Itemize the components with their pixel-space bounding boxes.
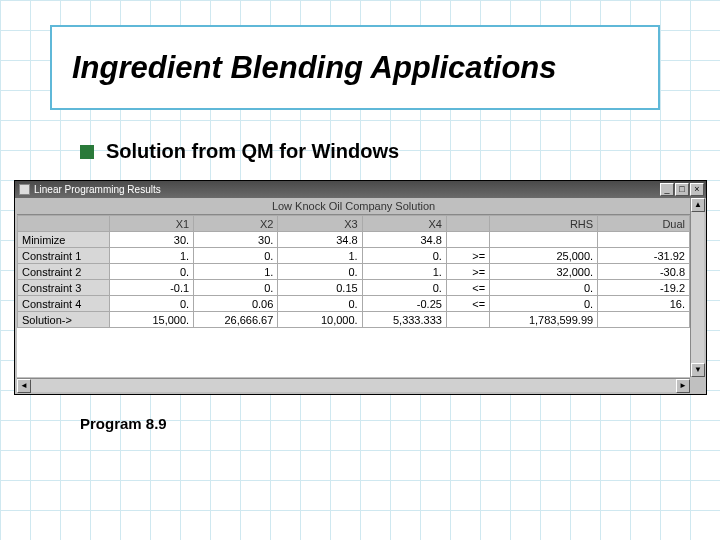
cell-x2: 0.06 (194, 296, 278, 312)
cell-dual (598, 312, 690, 328)
scroll-left-icon[interactable]: ◄ (17, 379, 31, 393)
cell-x1: 0. (109, 264, 193, 280)
col-x3: X3 (278, 216, 362, 232)
cell-dual: 16. (598, 296, 690, 312)
cell-x1: 15,000. (109, 312, 193, 328)
col-op (446, 216, 489, 232)
close-button[interactable]: × (690, 183, 704, 196)
row-label: Constraint 1 (18, 248, 110, 264)
window-body: Low Knock Oil Company Solution X1 X2 X3 … (17, 198, 690, 377)
cell-x1: 1. (109, 248, 193, 264)
cell-x3: 0.15 (278, 280, 362, 296)
cell-x4: 0. (362, 280, 446, 296)
table-row: Constraint 20.1.0.1.>=32,000.-30.8 (18, 264, 690, 280)
col-x4: X4 (362, 216, 446, 232)
window-buttons: _ □ × (660, 183, 704, 196)
cell-x4: 5,333.333 (362, 312, 446, 328)
cell-x2: 26,666.67 (194, 312, 278, 328)
table-row: Minimize30.30.34.834.8 (18, 232, 690, 248)
horizontal-scrollbar[interactable]: ◄ ► (17, 378, 690, 392)
cell-dual: -19.2 (598, 280, 690, 296)
subtitle-row: Solution from QM for Windows (80, 140, 399, 163)
table-row: Constraint 11.0.1.0.>=25,000.-31.92 (18, 248, 690, 264)
cell-x1: 0. (109, 296, 193, 312)
minimize-button[interactable]: _ (660, 183, 674, 196)
cell-op: <= (446, 280, 489, 296)
cell-x1: -0.1 (109, 280, 193, 296)
program-label: Program 8.9 (80, 415, 167, 432)
row-label: Constraint 3 (18, 280, 110, 296)
title-box: Ingredient Blending Applications (50, 25, 660, 110)
cell-rhs: 0. (490, 296, 598, 312)
vertical-scrollbar[interactable]: ▲ ▼ (690, 198, 704, 377)
window-title: Linear Programming Results (34, 184, 161, 195)
cell-x3: 10,000. (278, 312, 362, 328)
table-row: Constraint 3-0.10.0.150.<=0.-19.2 (18, 280, 690, 296)
cell-x4: 0. (362, 248, 446, 264)
col-x2: X2 (194, 216, 278, 232)
results-table: X1 X2 X3 X4 RHS Dual Minimize30.30.34.83… (17, 215, 690, 328)
row-label: Constraint 2 (18, 264, 110, 280)
cell-x1: 30. (109, 232, 193, 248)
cell-x2: 1. (194, 264, 278, 280)
col-dual: Dual (598, 216, 690, 232)
cell-dual: -30.8 (598, 264, 690, 280)
cell-dual: -31.92 (598, 248, 690, 264)
subtitle-text: Solution from QM for Windows (106, 140, 399, 163)
cell-x3: 1. (278, 248, 362, 264)
window-caption: Low Knock Oil Company Solution (17, 198, 690, 215)
cell-x3: 34.8 (278, 232, 362, 248)
row-label: Minimize (18, 232, 110, 248)
cell-op (446, 312, 489, 328)
cell-x3: 0. (278, 264, 362, 280)
window-titlebar: Linear Programming Results _ □ × (15, 181, 706, 198)
slide-title: Ingredient Blending Applications (72, 50, 557, 86)
cell-rhs: 32,000. (490, 264, 598, 280)
cell-x2: 0. (194, 280, 278, 296)
cell-rhs: 1,783,599.99 (490, 312, 598, 328)
table-header-row: X1 X2 X3 X4 RHS Dual (18, 216, 690, 232)
cell-rhs: 25,000. (490, 248, 598, 264)
scroll-up-icon[interactable]: ▲ (691, 198, 705, 212)
table-row: Solution->15,000.26,666.6710,000.5,333.3… (18, 312, 690, 328)
cell-dual (598, 232, 690, 248)
bullet-icon (80, 145, 94, 159)
cell-op (446, 232, 489, 248)
table-row: Constraint 40.0.060.-0.25<=0.16. (18, 296, 690, 312)
col-rhs: RHS (490, 216, 598, 232)
cell-x4: -0.25 (362, 296, 446, 312)
row-label: Solution-> (18, 312, 110, 328)
cell-op: >= (446, 264, 489, 280)
app-icon (19, 184, 30, 195)
cell-x3: 0. (278, 296, 362, 312)
qm-results-window: Linear Programming Results _ □ × Low Kno… (14, 180, 707, 395)
scroll-right-icon[interactable]: ► (676, 379, 690, 393)
col-rowlabel (18, 216, 110, 232)
cell-x4: 34.8 (362, 232, 446, 248)
cell-x4: 1. (362, 264, 446, 280)
cell-rhs: 0. (490, 280, 598, 296)
cell-op: >= (446, 248, 489, 264)
cell-rhs (490, 232, 598, 248)
cell-op: <= (446, 296, 489, 312)
cell-x2: 30. (194, 232, 278, 248)
col-x1: X1 (109, 216, 193, 232)
scroll-down-icon[interactable]: ▼ (691, 363, 705, 377)
maximize-button[interactable]: □ (675, 183, 689, 196)
cell-x2: 0. (194, 248, 278, 264)
row-label: Constraint 4 (18, 296, 110, 312)
